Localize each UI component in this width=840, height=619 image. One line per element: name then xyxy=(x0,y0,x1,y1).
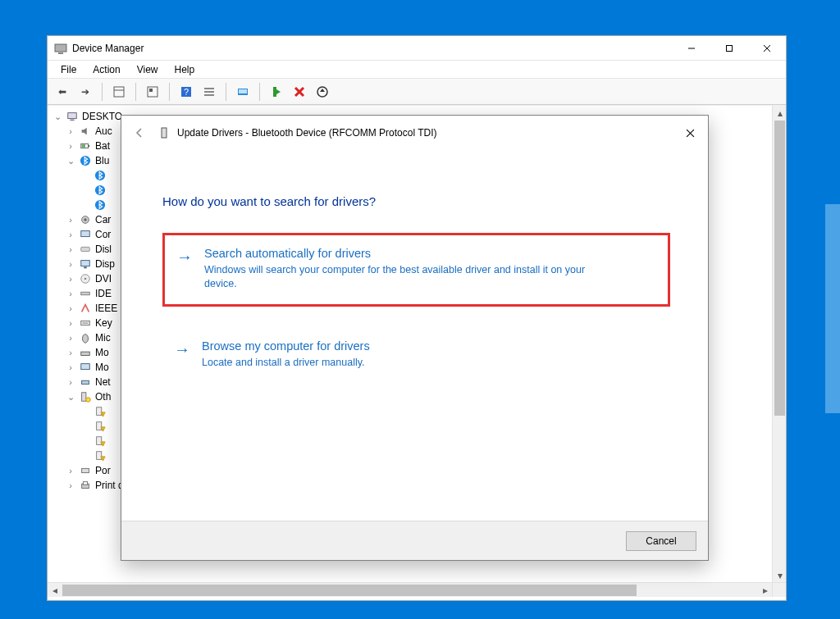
tree-node-label: IEEE xyxy=(95,303,117,314)
svg-text:!: ! xyxy=(103,441,103,446)
collapse-icon[interactable]: ⌄ xyxy=(52,112,62,122)
menu-action[interactable]: Action xyxy=(84,62,128,77)
expand-icon[interactable]: › xyxy=(66,126,75,136)
svg-rect-46 xyxy=(81,364,90,370)
tree-root-label: DESKTO xyxy=(82,111,122,122)
svg-point-34 xyxy=(84,218,87,221)
update-drivers-dialog: Update Drivers - Bluetooth Device (RFCOM… xyxy=(121,115,709,561)
computer-icon xyxy=(66,110,79,123)
device-manager-icon xyxy=(54,42,67,55)
expand-icon[interactable]: › xyxy=(66,466,75,476)
svg-point-49 xyxy=(86,398,91,403)
tree-node-label: Disp xyxy=(95,258,115,270)
scroll-right-button[interactable]: ▸ xyxy=(758,583,772,598)
toolbar-separator xyxy=(226,83,226,101)
expand-icon[interactable]: › xyxy=(66,333,75,343)
expand-icon[interactable]: › xyxy=(66,289,75,298)
svg-text:!: ! xyxy=(103,426,103,431)
svg-point-40 xyxy=(84,278,87,280)
horizontal-scrollbar[interactable]: ◂ ▸ xyxy=(48,582,772,597)
desktop-right-highlight xyxy=(825,204,840,413)
scroll-up-button[interactable]: ▴ xyxy=(773,106,787,120)
svg-point-44 xyxy=(83,335,89,344)
svg-rect-24 xyxy=(70,120,74,121)
close-button[interactable] xyxy=(748,36,786,60)
svg-rect-16 xyxy=(239,89,247,93)
svg-marker-22 xyxy=(320,89,325,92)
tree-node-label: Cor xyxy=(95,229,111,240)
expand-icon[interactable]: › xyxy=(66,141,75,151)
svg-rect-50 xyxy=(97,407,102,416)
toolbar-enable-device-button[interactable] xyxy=(267,82,286,102)
toolbar-help-button[interactable]: ? xyxy=(176,82,196,102)
svg-rect-62 xyxy=(82,468,89,472)
expand-icon[interactable]: › xyxy=(66,377,75,387)
audio-icon xyxy=(79,125,92,138)
tree-node-label: Bat xyxy=(95,140,110,152)
expand-icon[interactable]: › xyxy=(66,259,75,269)
monitor-icon xyxy=(79,228,92,241)
svg-marker-25 xyxy=(82,128,87,135)
menu-file[interactable]: File xyxy=(52,62,84,77)
warning-device-icon: ! xyxy=(94,435,107,448)
option-browse-computer[interactable]: → Browse my computer for drivers Locate … xyxy=(162,328,670,383)
expand-icon[interactable]: › xyxy=(66,480,75,490)
tree-node-label: IDE xyxy=(95,288,112,299)
toolbar-show-hide-tree-button[interactable] xyxy=(109,82,129,102)
svg-rect-64 xyxy=(83,482,87,485)
scroll-left-button[interactable]: ◂ xyxy=(48,583,62,598)
dialog-close-button[interactable] xyxy=(677,121,703,145)
toolbar-forward-button[interactable]: ➔ xyxy=(75,82,95,102)
scrollbar-thumb[interactable] xyxy=(62,585,637,596)
menu-view[interactable]: View xyxy=(129,62,167,77)
display-icon xyxy=(79,257,92,271)
scroll-down-button[interactable]: ▾ xyxy=(773,568,787,582)
scrollbar-thumb[interactable] xyxy=(774,121,785,416)
svg-rect-23 xyxy=(68,113,77,119)
expand-icon[interactable]: › xyxy=(66,362,75,372)
option-search-automatically[interactable]: → Search automatically for drivers Windo… xyxy=(162,233,670,307)
other-devices-icon xyxy=(79,390,92,403)
modem-icon xyxy=(79,346,92,359)
expand-icon[interactable]: › xyxy=(66,244,75,254)
expand-icon[interactable]: › xyxy=(66,303,75,313)
toolbar-scan-hardware-button[interactable] xyxy=(233,82,253,102)
ide-icon xyxy=(79,287,92,300)
maximize-button[interactable] xyxy=(710,36,748,60)
expand-icon[interactable]: › xyxy=(66,230,75,239)
cancel-button[interactable]: Cancel xyxy=(626,531,696,551)
vertical-scrollbar[interactable]: ▴ ▾ xyxy=(772,106,786,582)
title-bar[interactable]: Device Manager xyxy=(48,36,786,61)
menu-help[interactable]: Help xyxy=(167,62,203,77)
minimize-button[interactable] xyxy=(673,36,710,60)
svg-rect-14 xyxy=(204,94,214,96)
tree-node-label: Disl xyxy=(95,244,112,255)
dvd-icon xyxy=(79,272,92,285)
svg-rect-27 xyxy=(89,145,90,147)
collapse-icon[interactable]: ⌄ xyxy=(66,392,75,403)
bluetooth-icon xyxy=(94,198,107,212)
toolbar-uninstall-device-button[interactable] xyxy=(290,82,309,102)
network-icon xyxy=(79,375,92,389)
collapse-icon[interactable]: ⌄ xyxy=(66,156,75,166)
dialog-heading: How do you want to search for drivers? xyxy=(162,194,670,208)
tree-node-label: Car xyxy=(95,214,111,225)
camera-icon xyxy=(79,213,92,226)
device-icon xyxy=(158,126,171,139)
toolbar-properties-button[interactable] xyxy=(143,82,162,102)
toolbar-update-driver-button[interactable] xyxy=(313,82,332,102)
tree-node-label: Key xyxy=(95,317,112,329)
bluetooth-icon xyxy=(94,184,107,197)
svg-rect-41 xyxy=(81,292,90,295)
expand-icon[interactable]: › xyxy=(66,274,75,284)
dialog-back-button[interactable] xyxy=(128,121,151,144)
window-title: Device Manager xyxy=(72,43,673,54)
expand-icon[interactable]: › xyxy=(66,215,75,225)
disk-icon xyxy=(79,243,92,256)
toolbar-back-button[interactable]: ⬅ xyxy=(52,82,72,102)
expand-icon[interactable]: › xyxy=(66,318,75,328)
expand-icon[interactable]: › xyxy=(66,348,75,357)
bluetooth-icon xyxy=(79,154,92,167)
toolbar-separator xyxy=(135,83,136,101)
toolbar-list-button[interactable] xyxy=(199,82,219,102)
